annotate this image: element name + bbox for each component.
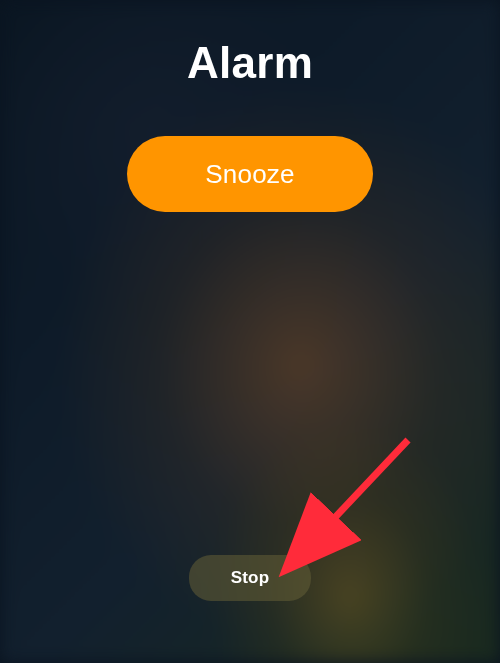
alarm-title: Alarm [187,38,313,88]
stop-button-label: Stop [231,568,270,588]
stop-button[interactable]: Stop [189,555,311,601]
snooze-button-label: Snooze [205,159,294,190]
snooze-button[interactable]: Snooze [127,136,373,212]
